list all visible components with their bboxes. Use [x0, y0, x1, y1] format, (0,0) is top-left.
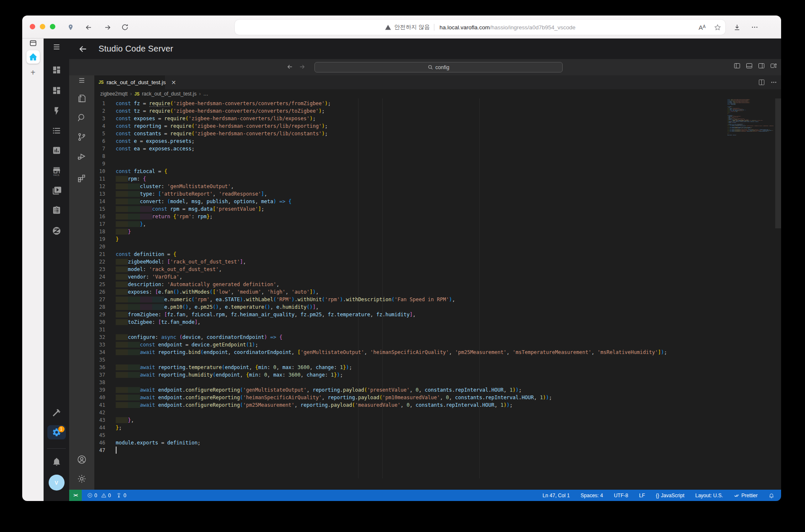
split-editor-icon[interactable]: [758, 79, 765, 85]
home-assistant-tab[interactable]: [26, 50, 40, 64]
minimap[interactable]: const fz = require('zigbee-herdsman-conv…: [727, 99, 774, 478]
tab-close-icon[interactable]: ✕: [171, 79, 176, 86]
breadcrumb-folder[interactable]: zigbee2mqtt: [100, 91, 127, 97]
code-line[interactable]: 24 vendor: 'VarOfLa',: [94, 273, 667, 281]
problems-indicator[interactable]: 0 0: [87, 493, 111, 498]
sidebar-item-energy[interactable]: [52, 106, 61, 116]
code-line[interactable]: 37 await reporting.humidity(endpoint, {m…: [94, 371, 667, 379]
code-line[interactable]: 9: [94, 160, 667, 168]
code-line[interactable]: 8: [94, 152, 667, 160]
vscode-menu-icon[interactable]: [78, 77, 86, 84]
code-line[interactable]: 21const definition = {: [94, 251, 667, 258]
code-line[interactable]: 38: [94, 379, 667, 386]
code-line[interactable]: 16 return {'rpm': rpm};: [94, 213, 667, 220]
cursor-position[interactable]: Ln 47, Col 1: [543, 493, 570, 498]
code-line[interactable]: 10const fzLocal = {: [94, 168, 667, 175]
minimize-window-button[interactable]: [40, 24, 45, 29]
customize-layout-icon[interactable]: [770, 62, 777, 69]
sidebar-item-hacs[interactable]: HACS: [52, 166, 61, 176]
forward-button[interactable]: [101, 21, 113, 33]
source-control-icon[interactable]: [77, 132, 87, 142]
sidebar-item-media[interactable]: [52, 186, 61, 195]
keyboard-layout[interactable]: Layout: U.S.: [695, 493, 723, 498]
code-line[interactable]: 30 toZigbee: [tz.fan_mode],: [94, 318, 667, 326]
code-line[interactable]: 27 e.numeric('rpm', ea.STATE).withLabel(…: [94, 296, 667, 303]
zoom-window-button[interactable]: [50, 24, 55, 29]
history-forward-icon[interactable]: [299, 63, 306, 70]
toggle-secondary-sidebar-icon[interactable]: [758, 62, 765, 69]
tab-rack-out-of-dust-test[interactable]: JS rack_out_of_dust_test.js ✕: [94, 75, 165, 89]
location-pin-icon[interactable]: [65, 21, 76, 33]
manage-gear-icon[interactable]: [77, 474, 87, 484]
favorite-star-icon[interactable]: [714, 24, 721, 31]
code-line[interactable]: 41 await endpoint.configureReporting('pm…: [94, 401, 667, 409]
code-line[interactable]: 43 },: [94, 416, 667, 424]
code-line[interactable]: 14 convert: (model, msg, publish, option…: [94, 198, 667, 205]
code-line[interactable]: 40 await endpoint.configureReporting('he…: [94, 394, 667, 401]
toggle-panel-icon[interactable]: [746, 62, 753, 69]
code-line[interactable]: [727, 136, 774, 137]
code-line[interactable]: 28 e.pm10(), e.pm25(), e.temperature(), …: [94, 303, 667, 311]
close-window-button[interactable]: [30, 24, 35, 29]
indentation[interactable]: Spaces: 4: [581, 493, 603, 498]
notifications-bell-icon[interactable]: [769, 493, 774, 498]
download-icon[interactable]: [731, 21, 743, 33]
tab-overview-icon[interactable]: [29, 39, 37, 47]
code-line[interactable]: 17 },: [94, 220, 667, 228]
remote-indicator[interactable]: ><: [69, 490, 82, 501]
code-line[interactable]: 4const reporting = require('zigbee-herds…: [94, 122, 667, 130]
sidebar-item-dashboard[interactable]: [52, 65, 61, 75]
account-icon[interactable]: [77, 455, 87, 465]
code-line[interactable]: 22 zigbeeModel: ['rack_out_of_dust_test'…: [94, 258, 667, 266]
code-line[interactable]: 31: [94, 326, 667, 333]
sidebar-item-todo[interactable]: [52, 206, 61, 215]
code-line[interactable]: 44};: [94, 424, 667, 431]
code-line[interactable]: await reporting.bind(endpoint, coordinat…: [727, 125, 774, 126]
code-line[interactable]: 18 }: [94, 228, 667, 235]
sidebar-item-dashboard-variant[interactable]: [52, 86, 61, 95]
code-line[interactable]: 29 fromZigbee: [fz.fan, fzLocal.rpm, fz.…: [94, 311, 667, 318]
sidebar-item-developer-tools[interactable]: [52, 408, 61, 417]
search-icon[interactable]: [77, 113, 87, 123]
breadcrumb-file[interactable]: rack_out_of_dust_test.js: [142, 91, 197, 97]
notifications-bell-icon[interactable]: [52, 457, 61, 466]
sidebar-item-logbook[interactable]: [52, 126, 61, 135]
code-line[interactable]: 2const tz = require('zigbee-herdsman-con…: [94, 107, 667, 115]
run-debug-icon[interactable]: [77, 151, 87, 161]
code-line[interactable]: 25 description: 'Automatically generated…: [94, 281, 667, 288]
new-tab-button[interactable]: +: [22, 68, 44, 77]
sidebar-item-history[interactable]: [52, 146, 61, 155]
code-line[interactable]: 20: [94, 243, 667, 251]
encoding[interactable]: UTF-8: [614, 493, 628, 498]
language-mode[interactable]: {} JavaScript: [656, 493, 684, 498]
formatter-status[interactable]: Prettier: [734, 493, 758, 498]
address-bar[interactable]: 안전하지 않음 ha.local.varofla.com/hassio/ingr…: [235, 20, 725, 35]
code-line[interactable]: 32 configure: async (device, coordinator…: [94, 333, 667, 341]
code-line[interactable]: 1const fz = require('zigbee-herdsman-con…: [94, 100, 667, 107]
ha-menu-icon[interactable]: [52, 43, 61, 51]
code-line[interactable]: 47: [94, 447, 667, 454]
code-line[interactable]: 5const constants = require('zigbee-herds…: [94, 130, 667, 137]
eol-sequence[interactable]: LF: [639, 493, 645, 498]
code-line[interactable]: 42: [94, 409, 667, 416]
history-back-icon[interactable]: [286, 63, 293, 70]
breadcrumb-symbol[interactable]: …: [203, 91, 208, 97]
code-line[interactable]: 33 const endpoint = device.getEndpoint(1…: [94, 341, 667, 349]
code-line[interactable]: await endpoint.configureReporting('pm25M…: [727, 131, 774, 132]
reload-button[interactable]: [119, 21, 131, 33]
code-line[interactable]: 34 await reporting.bind(endpoint, coordi…: [94, 349, 667, 356]
toggle-primary-sidebar-icon[interactable]: [734, 62, 740, 69]
code-line[interactable]: 35: [94, 356, 667, 364]
code-line[interactable]: 19}: [94, 235, 667, 243]
code-line[interactable]: 15 const rpm = msg.data['presentValue'];: [94, 205, 667, 213]
code-line[interactable]: 45: [94, 431, 667, 439]
extensions-icon[interactable]: [77, 173, 87, 183]
explorer-icon[interactable]: [77, 93, 87, 103]
sidebar-item-settings[interactable]: 1: [47, 425, 66, 439]
ha-back-button[interactable]: [78, 44, 88, 54]
code-line[interactable]: 12 cluster: 'genMultistateOutput',: [94, 183, 667, 190]
code-line[interactable]: 26 exposes: [e.fan().withModes(['low', '…: [94, 288, 667, 296]
code-line[interactable]: 7const ea = exposes.access;: [94, 145, 667, 152]
code-editor[interactable]: 1const fz = require('zigbee-herdsman-con…: [94, 98, 781, 478]
code-line[interactable]: 6const e = exposes.presets;: [94, 137, 667, 145]
